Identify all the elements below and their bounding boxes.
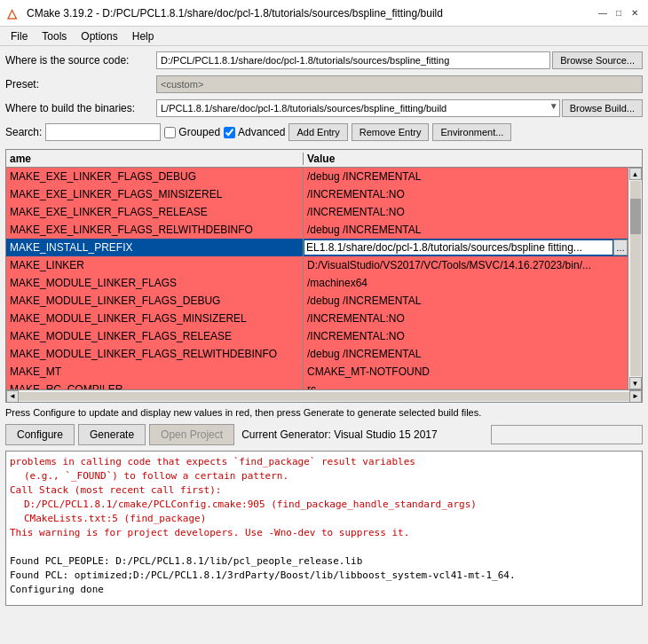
open-project-button: Open Project xyxy=(149,424,234,445)
row-value: /debug /INCREMENTAL xyxy=(304,221,628,239)
console-line: D:/PCL/PCL1.8.1/cmake/PCLConfig.cmake:90… xyxy=(10,498,638,512)
build-row: Where to build the binaries: ▼ Browse Bu… xyxy=(5,98,643,119)
add-entry-button[interactable]: Add Entry xyxy=(288,123,347,141)
close-button[interactable]: ✕ xyxy=(628,7,641,20)
grouped-label: Grouped xyxy=(178,126,220,138)
build-dropdown-icon[interactable]: ▼ xyxy=(549,101,558,111)
source-row: Where is the source code: Browse Source.… xyxy=(5,50,643,71)
console-line: problems in calling code that expects `f… xyxy=(10,455,638,469)
row-name: MAKE_MODULE_LINKER_FLAGS_MINSIZEREL xyxy=(6,310,304,327)
maximize-button[interactable]: □ xyxy=(612,7,625,20)
table-row[interactable]: MAKE_RC_COMPILER rc xyxy=(6,381,628,389)
table-row[interactable]: MAKE_EXE_LINKER_FLAGS_RELEASE /INCREMENT… xyxy=(6,203,628,221)
horizontal-scrollbar[interactable]: ◄ ► xyxy=(6,389,642,402)
table-row[interactable]: MAKE_MODULE_LINKER_FLAGS /machinex64 xyxy=(6,274,628,292)
console-line: Configuring done xyxy=(10,583,638,597)
row-value: /debug /INCREMENTAL xyxy=(304,292,628,310)
table-row[interactable]: MAKE_MODULE_LINKER_FLAGS_MINSIZEREL /INC… xyxy=(6,310,628,327)
environment-button[interactable]: Environment... xyxy=(432,123,511,141)
row-name: MAKE_RC_COMPILER xyxy=(6,381,304,389)
scroll-thumb[interactable] xyxy=(630,199,641,234)
selected-value-container: EL1.8.1/share/doc/pcl-1.8/tutorials/sour… xyxy=(304,240,628,255)
row-value: /INCREMENTAL:NO xyxy=(304,327,628,345)
row-value: /INCREMENTAL:NO xyxy=(304,185,628,203)
console-line: (e.g., `_FOUND`) to follow a certain pat… xyxy=(10,469,638,483)
menu-options[interactable]: Options xyxy=(74,28,124,44)
search-input[interactable] xyxy=(45,123,161,141)
row-value: /INCREMENTAL:NO xyxy=(304,203,628,221)
advanced-checkbox[interactable] xyxy=(224,127,235,138)
scroll-right-button[interactable]: ► xyxy=(629,390,642,403)
menu-file[interactable]: File xyxy=(4,28,35,44)
row-name-selected: MAKE_INSTALL_PREFIX xyxy=(6,239,304,256)
scroll-left-button[interactable]: ◄ xyxy=(6,390,19,403)
row-name: MAKE_MODULE_LINKER_FLAGS_RELWITHDEBINFO xyxy=(6,345,304,363)
row-name: MAKE_EXE_LINKER_FLAGS_RELWITHDEBINFO xyxy=(6,221,304,239)
preset-row: Preset: xyxy=(5,74,643,95)
preset-label: Preset: xyxy=(5,78,156,90)
grouped-checkbox[interactable] xyxy=(164,127,176,138)
console-line: Call Stack (most recent call first): xyxy=(10,483,638,498)
col-value-header: Value xyxy=(304,153,628,165)
row-value: D:/VisualStudio/VS2017/VC/Tools/MSVC/14.… xyxy=(304,256,628,274)
browse-build-button[interactable]: Browse Build... xyxy=(562,99,643,117)
console-line: Found PCL: optimized;D:/PCL/PCL1.8.1/3rd… xyxy=(10,569,638,583)
table-row[interactable]: MAKE_MT CMAKE_MT-NOTFOUND xyxy=(6,363,628,381)
build-label: Where to build the binaries: xyxy=(5,102,156,114)
generator-input[interactable] xyxy=(491,425,643,444)
table-wrapper: ame Value MAKE_EXE_LINKER_FLAGS_DEBUG /d… xyxy=(5,149,643,403)
search-row: Search: Grouped Advanced Add Entry Remov… xyxy=(5,122,643,143)
browse-source-button[interactable]: Browse Source... xyxy=(552,51,643,69)
title-bar: △ CMake 3.19.2 - D:/PCL/PCL1.8.1/share/d… xyxy=(0,0,648,27)
console-line: CMakeLists.txt:5 (find_package) xyxy=(10,512,638,526)
preset-input[interactable] xyxy=(156,75,643,93)
table-row[interactable]: MAKE_MODULE_LINKER_FLAGS_RELEASE /INCREM… xyxy=(6,327,628,345)
vertical-scrollbar[interactable]: ▲ ▼ xyxy=(628,168,642,389)
table-row[interactable]: MAKE_MODULE_LINKER_FLAGS_DEBUG /debug /I… xyxy=(6,292,628,310)
menu-tools[interactable]: Tools xyxy=(35,28,74,44)
table-header: ame Value xyxy=(6,150,642,168)
row-name: MAKE_MODULE_LINKER_FLAGS xyxy=(6,274,304,292)
menu-help[interactable]: Help xyxy=(125,28,162,44)
col-name-header: ame xyxy=(6,153,304,165)
grouped-checkbox-label: Grouped xyxy=(164,126,220,138)
advanced-checkbox-label: Advanced xyxy=(224,126,285,138)
minimize-button[interactable]: — xyxy=(597,7,609,20)
table-row-selected[interactable]: MAKE_INSTALL_PREFIX EL1.8.1/share/doc/pc… xyxy=(6,239,628,256)
console-line: Found PCL_PEOPLE: D:/PCL/PCL1.8.1/lib/pc… xyxy=(10,554,638,569)
remove-entry-button[interactable]: Remove Entry xyxy=(352,123,430,141)
search-label: Search: xyxy=(5,126,42,138)
scroll-up-button[interactable]: ▲ xyxy=(629,168,642,180)
console-output: problems in calling code that expects `f… xyxy=(5,451,643,606)
generate-button[interactable]: Generate xyxy=(78,424,146,445)
advanced-label: Advanced xyxy=(238,126,285,138)
row-value: CMAKE_MT-NOTFOUND xyxy=(304,363,628,381)
source-input[interactable] xyxy=(156,51,550,69)
row-name: MAKE_EXE_LINKER_FLAGS_RELEASE xyxy=(6,203,304,221)
row-name: MAKE_EXE_LINKER_FLAGS_MINSIZEREL xyxy=(6,185,304,203)
table-row[interactable]: MAKE_LINKER D:/VisualStudio/VS2017/VC/To… xyxy=(6,256,628,274)
console-line: This warning is for project developers. … xyxy=(10,526,638,540)
scroll-down-button[interactable]: ▼ xyxy=(629,377,642,389)
generator-label: Current Generator: Visual Studio 15 2017 xyxy=(241,428,438,441)
scroll-track xyxy=(630,181,641,376)
row-value: /debug /INCREMENTAL xyxy=(304,168,628,185)
h-scroll-track xyxy=(19,392,629,401)
build-input[interactable] xyxy=(156,99,560,117)
table-row[interactable]: MAKE_EXE_LINKER_FLAGS_MINSIZEREL /INCREM… xyxy=(6,185,628,203)
table-row[interactable]: MAKE_EXE_LINKER_FLAGS_RELWITHDEBINFO /de… xyxy=(6,221,628,239)
row-name: MAKE_MT xyxy=(6,363,304,381)
row-value: rc xyxy=(304,381,628,389)
menu-bar: File Tools Options Help xyxy=(0,27,648,46)
configure-button[interactable]: Configure xyxy=(5,424,75,445)
table-scroll-area[interactable]: MAKE_EXE_LINKER_FLAGS_DEBUG /debug /INCR… xyxy=(6,168,628,389)
cmake-table: ame Value MAKE_EXE_LINKER_FLAGS_DEBUG /d… xyxy=(5,149,643,403)
bottom-buttons: Configure Generate Open Project Current … xyxy=(0,422,648,447)
row-name: MAKE_MODULE_LINKER_FLAGS_DEBUG xyxy=(6,292,304,310)
value-edit-button[interactable]: … xyxy=(613,240,628,255)
table-row[interactable]: MAKE_MODULE_LINKER_FLAGS_RELWITHDEBINFO … xyxy=(6,345,628,363)
table-row[interactable]: MAKE_EXE_LINKER_FLAGS_DEBUG /debug /INCR… xyxy=(6,168,628,185)
row-name: MAKE_EXE_LINKER_FLAGS_DEBUG xyxy=(6,168,304,185)
row-value-selected[interactable]: EL1.8.1/share/doc/pcl-1.8/tutorials/sour… xyxy=(304,240,613,255)
source-label: Where is the source code: xyxy=(5,54,156,67)
